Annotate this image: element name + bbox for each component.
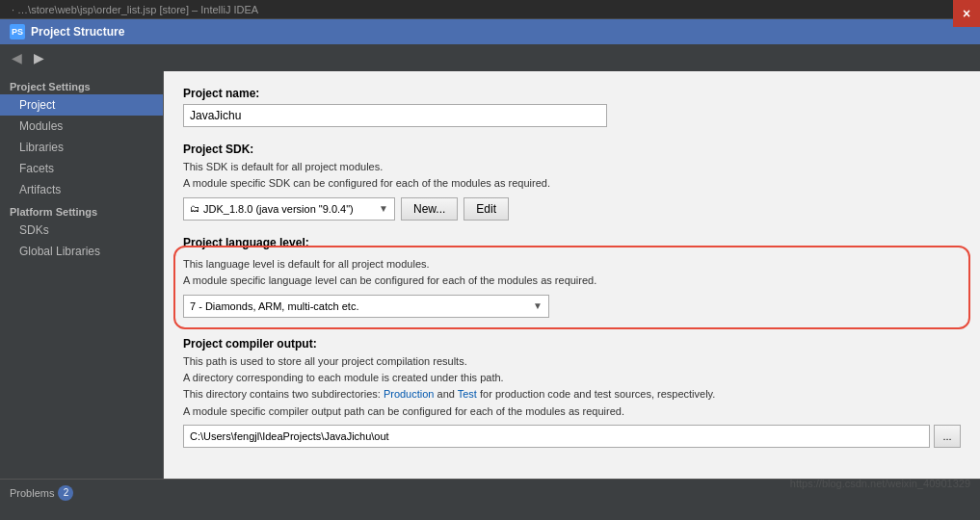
lang-desc1: This language level is default for all p… [183,257,961,272]
sidebar-item-facets[interactable]: Facets [0,158,163,179]
problems-badge: 2 [58,485,73,501]
project-name-label: Project name: [183,87,961,100]
sidebar-item-sdks[interactable]: SDKs [0,220,163,241]
sdk-desc2: A module specific SDK can be configured … [183,176,961,191]
main-panel: Project name: Project SDK: This SDK is d… [164,71,980,479]
project-settings-section: Project Settings [0,75,163,94]
back-button[interactable]: ◀ [8,48,26,67]
dialog-title: PS Project Structure × [0,19,980,44]
dialog-icon: PS [10,24,25,39]
sidebar-item-libraries[interactable]: Libraries [0,137,163,158]
language-level-label: Project language level: [183,236,961,249]
close-button[interactable]: × [953,0,980,27]
compiler-desc4: A module specific compiler output path c… [183,404,961,419]
project-name-input[interactable] [183,104,607,127]
content-area: Project Settings Project Modules Librari… [0,71,980,479]
sdk-desc1: This SDK is default for all project modu… [183,160,961,174]
sidebar-item-modules[interactable]: Modules [0,116,163,137]
sidebar-item-project[interactable]: Project [0,94,163,116]
production-text: Production [384,388,435,400]
sdk-selected-value: JDK_1.8.0 (java version "9.0.4") [203,203,354,215]
language-level-highlight: This language level is default for all p… [183,253,961,322]
project-sdk-section: Project SDK: This SDK is default for all… [183,143,961,221]
compiler-desc3: This directory contains two subdirectori… [183,387,961,402]
compiler-desc1: This path is used to store all your proj… [183,354,961,369]
forward-button[interactable]: ▶ [30,48,48,67]
compiler-output-row: ... [183,425,961,448]
project-sdk-label: Project SDK: [183,143,961,156]
test-text: Test [458,388,477,400]
sdk-icon: 🗂 [190,203,199,214]
sidebar-item-artifacts[interactable]: Artifacts [0,179,163,200]
problems-label: Problems [10,487,54,499]
compiler-output-label: Project compiler output: [183,337,961,351]
browse-button[interactable]: ... [934,425,961,448]
sdk-dropdown-arrow: ▼ [379,203,388,214]
sdk-dropdown[interactable]: 🗂 JDK_1.8.0 (java version "9.0.4") ▼ [183,197,395,221]
sdk-new-button[interactable]: New... [401,197,458,221]
sdk-edit-button[interactable]: Edit [464,197,509,221]
compiler-path-input[interactable] [183,425,930,448]
project-name-section: Project name: [183,87,961,127]
language-dropdown-arrow: ▼ [533,300,543,311]
nav-arrows: ◀ ▶ [0,44,980,71]
top-tabs: · …\store\web\jsp\order_list.jsp [store]… [0,0,980,19]
sdk-row: 🗂 JDK_1.8.0 (java version "9.0.4") ▼ New… [183,197,961,221]
compiler-desc2: A directory corresponding to each module… [183,371,961,385]
language-dropdown[interactable]: 7 - Diamonds, ARM, multi-catch etc. ▼ [183,295,549,318]
sidebar: Project Settings Project Modules Librari… [0,71,164,479]
language-selected-value: 7 - Diamonds, ARM, multi-catch etc. [190,300,358,312]
language-level-section: Project language level: This language le… [183,236,961,322]
bottom-bar: Problems 2 [0,479,980,506]
editor-tab[interactable]: · …\store\web\jsp\order_list.jsp [store]… [4,0,266,18]
lang-desc2: A module specific language level can be … [183,273,961,288]
editor-tab-label: · …\store\web\jsp\order_list.jsp [store]… [12,4,258,15]
problems-item[interactable]: Problems 2 [10,485,73,501]
dialog-title-text: Project Structure [31,25,124,39]
sidebar-item-global-libraries[interactable]: Global Libraries [0,241,163,262]
platform-settings-section: Platform Settings [0,200,163,220]
compiler-output-section: Project compiler output: This path is us… [183,337,961,449]
